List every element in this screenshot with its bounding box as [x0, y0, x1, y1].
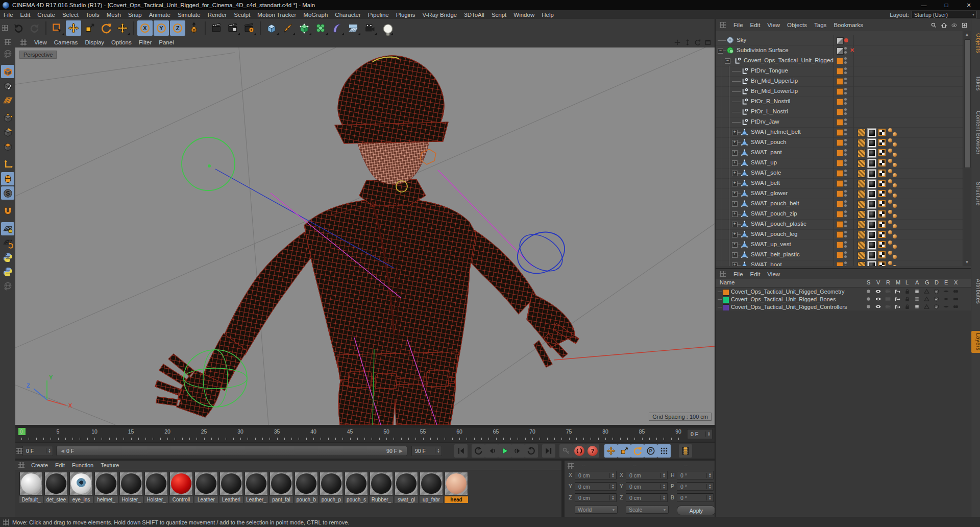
- stepper-icon[interactable]: ▲▼: [609, 473, 615, 478]
- stepper-icon[interactable]: ▲▼: [660, 495, 666, 500]
- stepper-icon[interactable]: ▲▼: [46, 448, 51, 453]
- material-thumbnail[interactable]: pouch_p: [320, 472, 343, 503]
- phong-tag-icons[interactable]: [888, 159, 898, 167]
- stepper-icon[interactable]: ▲▼: [435, 448, 440, 453]
- layer-color-square[interactable]: [837, 180, 843, 187]
- material-thumbnail[interactable]: pouch_s: [345, 472, 368, 503]
- expressions-icon[interactable]: [943, 288, 949, 295]
- maximize-button[interactable]: □: [935, 0, 958, 10]
- layer-name[interactable]: Covert_Ops_Tactical_Unit_Rigged_Controll…: [731, 304, 847, 310]
- object-manager-scrollbar[interactable]: ▲ ▼: [963, 31, 971, 266]
- disable-x-icon[interactable]: ✕: [850, 47, 854, 54]
- eye-icon[interactable]: [949, 21, 959, 29]
- compositing-tag-icon[interactable]: [837, 47, 844, 55]
- timeline-slider[interactable]: ◀0 F90 F▶: [56, 446, 407, 456]
- visibility-dots-icon[interactable]: [844, 231, 847, 238]
- misc-tool-button[interactable]: [1, 279, 14, 293]
- visibility-dots-icon[interactable]: [844, 98, 847, 105]
- material-tag-icon[interactable]: [867, 241, 876, 250]
- object-name[interactable]: SWAT_pouch_belt: [751, 200, 799, 206]
- expand-icon[interactable]: +: [732, 191, 738, 197]
- material-tag-icon[interactable]: [867, 261, 876, 266]
- tree-row[interactable]: PtDrv_Jaw: [716, 117, 963, 128]
- material-thumbnail[interactable]: pouch_b: [295, 472, 318, 503]
- subdivision-surface-button[interactable]: [297, 20, 312, 36]
- material-tag-icon[interactable]: [867, 251, 876, 260]
- tree-row[interactable]: −Covert_Ops_Tactical_Unit_Rigged: [716, 56, 963, 66]
- close-button[interactable]: ✕: [958, 0, 980, 10]
- weight-tag-icon[interactable]: [857, 139, 866, 147]
- previous-frame-button[interactable]: [485, 444, 498, 458]
- viewport-menu-display[interactable]: Display: [81, 39, 108, 45]
- object-name[interactable]: Sky: [737, 37, 746, 43]
- menubar-item-window[interactable]: Window: [510, 12, 538, 18]
- object-name[interactable]: SWAT_pouch_leg: [751, 231, 797, 237]
- last-used-tool-button[interactable]: [115, 20, 130, 36]
- layer-row[interactable]: Covert_Ops_Tactical_Unit_Rigged_Bones: [716, 296, 971, 303]
- record-keyframe-button[interactable]: [559, 444, 573, 458]
- stepper-icon[interactable]: ▲▼: [609, 495, 615, 500]
- layer-color-square[interactable]: [837, 262, 843, 266]
- pan-view-icon[interactable]: [673, 38, 682, 46]
- visibility-dots-icon[interactable]: [844, 159, 847, 166]
- tree-row[interactable]: +SWAT_pouch_zip: [716, 209, 963, 220]
- layer-color-square[interactable]: [837, 211, 843, 218]
- material-thumbnail[interactable]: Controll: [169, 472, 193, 503]
- object-name[interactable]: Bn_Mid_LowerLip: [751, 88, 798, 94]
- lock-icon[interactable]: [904, 288, 911, 295]
- visibility-dots-icon[interactable]: [844, 200, 847, 207]
- weight-tag-icon[interactable]: [857, 129, 866, 137]
- xref-icon[interactable]: [952, 296, 959, 302]
- apply-button[interactable]: Apply: [677, 506, 716, 515]
- autokey-record-button[interactable]: [573, 444, 586, 458]
- materials-menu-function[interactable]: Function: [68, 462, 97, 468]
- material-thumbnail[interactable]: Leather_: [244, 472, 268, 503]
- viewport-menu-filter[interactable]: Filter: [135, 39, 156, 45]
- polygons-mode-button[interactable]: [1, 140, 14, 153]
- tab-layers[interactable]: Layers: [971, 331, 980, 353]
- layer-color-square[interactable]: [837, 170, 843, 177]
- key-scale-button[interactable]: [618, 444, 631, 458]
- tree-row[interactable]: +SWAT_up: [716, 158, 963, 169]
- solo-dot-icon[interactable]: [865, 303, 872, 310]
- manager-icon[interactable]: [894, 296, 901, 302]
- material-thumbnail[interactable]: Holster_: [144, 472, 168, 503]
- visibility-dots-icon[interactable]: [844, 190, 847, 197]
- object-manager-menu-view[interactable]: View: [764, 22, 783, 28]
- render-film-icon[interactable]: [885, 288, 891, 295]
- visibility-dots-icon[interactable]: [844, 108, 847, 115]
- menubar-item-v-ray-bridge[interactable]: V-Ray Bridge: [419, 12, 460, 18]
- tree-row[interactable]: Bn_Mid_UpperLip: [716, 76, 963, 87]
- object-name[interactable]: SWAT_up_vest: [751, 241, 791, 247]
- expand-icon[interactable]: +: [732, 140, 738, 146]
- menubar-item-sculpt[interactable]: Sculpt: [230, 12, 254, 18]
- tree-row[interactable]: +SWAT_pouch: [716, 137, 963, 148]
- lock-icon[interactable]: [904, 303, 911, 310]
- expand-icon[interactable]: +: [732, 171, 738, 176]
- palette-drag-handle[interactable]: [5, 39, 11, 45]
- object-name[interactable]: PtDrv_Tongue: [751, 67, 788, 74]
- expressions-icon[interactable]: [943, 296, 949, 302]
- phong-tag-icons[interactable]: [888, 138, 898, 147]
- rotate-view-icon[interactable]: [693, 38, 702, 46]
- tree-row[interactable]: +SWAT_pant: [716, 148, 963, 158]
- workplane-rotate-button[interactable]: [1, 236, 14, 250]
- redo-button[interactable]: [27, 20, 42, 36]
- phong-tag-icons[interactable]: [888, 169, 898, 178]
- phong-tag-icons[interactable]: [888, 241, 898, 249]
- material-tag-icon[interactable]: [867, 128, 876, 137]
- render-view-button[interactable]: [209, 20, 224, 36]
- uvw-tag-icon[interactable]: [878, 241, 886, 248]
- tab-content-browser[interactable]: Content Browser: [971, 111, 980, 155]
- tab-objects[interactable]: Objects: [971, 33, 980, 53]
- object-name[interactable]: SWAT_belt: [751, 180, 780, 186]
- uvw-tag-icon[interactable]: [878, 159, 886, 166]
- uvw-tag-icon[interactable]: [878, 200, 886, 207]
- object-name[interactable]: PtOr_R_Nostril: [751, 98, 790, 104]
- material-tag-icon[interactable]: [867, 210, 876, 219]
- phong-tag-icons[interactable]: [888, 261, 898, 266]
- material-thumbnail[interactable]: Rubber_: [370, 472, 393, 503]
- enable-axis-button[interactable]: [1, 158, 14, 171]
- tab-structure[interactable]: Structure: [971, 182, 980, 206]
- layer-color-square[interactable]: [837, 242, 843, 248]
